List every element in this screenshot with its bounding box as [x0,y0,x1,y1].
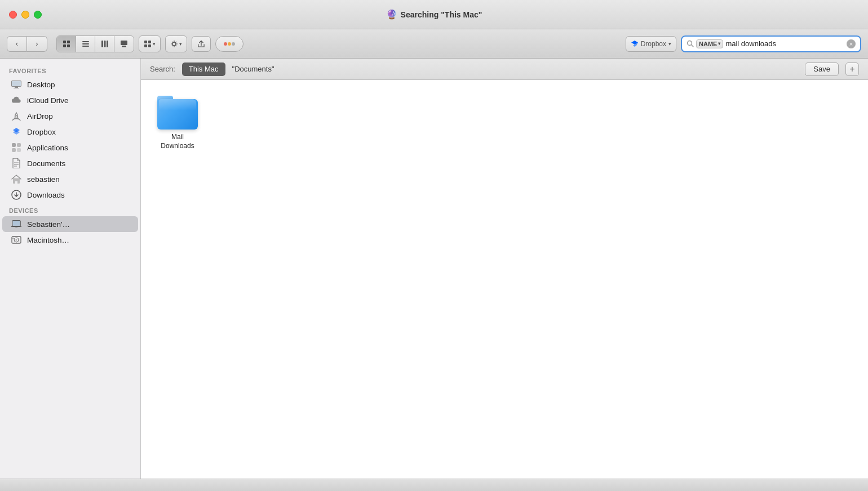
share-icon [198,40,205,48]
sidebar-desktop-label: Desktop [27,81,55,89]
list-icon [82,40,90,48]
nav-buttons: ‹ › [7,36,47,52]
svg-rect-31 [12,143,16,147]
dropbox-label: Dropbox [641,40,666,48]
back-button[interactable]: ‹ [7,36,27,52]
column-icon [101,40,109,48]
search-bar: NAME ▾ × [681,35,861,52]
sidebar-item-icloud[interactable]: iCloud Drive [2,92,138,108]
sidebar-sebastien-mac-label: Sebastien'… [27,220,70,229]
search-scope-bar: Search: This Mac "Documents" Save + [141,59,868,80]
svg-rect-9 [107,41,108,47]
svg-rect-5 [82,43,89,44]
svg-point-18 [228,42,231,46]
sidebar-dropbox-label: Dropbox [27,128,56,136]
home-icon [11,174,21,184]
add-button[interactable]: + [845,63,859,76]
sidebar-item-sebastien[interactable]: sebastien [2,171,138,187]
svg-point-43 [16,239,17,241]
search-name-label: NAME [699,41,717,47]
dropbox-icon [631,39,639,48]
main-content: Favorites Desktop iCloud Drive [0,59,868,479]
minimize-button[interactable] [21,11,29,19]
forward-button[interactable]: › [27,36,47,52]
airdrop-icon [11,111,21,121]
sidebar-item-dropbox[interactable]: Dropbox [2,124,138,140]
sidebar-item-macintosh[interactable]: Macintosh… [2,232,138,248]
svg-point-16 [172,42,176,46]
dropbox-button[interactable]: Dropbox ▾ [626,36,676,52]
window-title: 🔮 Searching "This Mac" [386,9,482,20]
view-icon-button[interactable] [57,36,76,52]
documents-scope-label[interactable]: "Documents" [232,65,274,73]
sidebar-sebastien-label: sebastien [27,175,60,184]
svg-rect-7 [101,41,103,47]
view-list-button[interactable] [76,36,95,52]
search-name-badge[interactable]: NAME ▾ [696,39,723,48]
title-icon: 🔮 [386,9,397,20]
sidebar-documents-label: Documents [27,159,65,168]
svg-rect-25 [12,81,21,86]
svg-rect-10 [121,41,127,45]
desktop-icon [11,79,21,90]
close-button[interactable] [9,11,17,19]
svg-point-19 [232,42,235,46]
devices-label: Devices [0,203,140,216]
search-clear-button[interactable]: × [847,39,856,48]
svg-rect-14 [144,44,147,47]
svg-rect-27 [14,88,19,88]
sidebar: Favorites Desktop iCloud Drive [0,59,141,479]
sidebar-item-applications[interactable]: Applications [2,140,138,155]
search-name-arrow: ▾ [718,41,720,46]
sidebar-item-documents[interactable]: Documents [2,155,138,171]
tag-button[interactable] [215,36,243,52]
svg-rect-2 [63,44,66,47]
toolbar: ‹ › [0,29,868,59]
search-label: Search: [150,65,175,73]
svg-rect-6 [82,46,89,47]
group-view-icon-button[interactable]: ▾ [139,36,160,52]
svg-rect-11 [122,46,126,47]
applications-icon [11,142,21,153]
downloads-icon [11,190,21,200]
favorites-label: Favorites [0,63,140,77]
sidebar-item-desktop[interactable]: Desktop [2,77,138,92]
action-button[interactable]: ▾ [166,36,187,52]
disk-icon [11,235,21,245]
svg-rect-26 [15,87,18,88]
svg-rect-13 [148,41,151,43]
sidebar-macintosh-label: Macintosh… [27,236,69,244]
view-cover-button[interactable] [114,36,134,52]
share-button[interactable] [192,36,211,52]
svg-rect-0 [63,41,66,43]
svg-rect-15 [148,44,151,47]
view-buttons [56,35,134,52]
svg-point-17 [224,42,227,46]
file-item-mail-downloads[interactable]: Mail Downloads [152,91,203,155]
sidebar-item-airdrop[interactable]: AirDrop [2,108,138,124]
file-area: Search: This Mac "Documents" Save + Mail… [141,59,868,479]
svg-rect-1 [67,41,70,43]
status-bar [0,479,868,491]
maximize-button[interactable] [34,11,42,19]
sidebar-downloads-label: Downloads [27,191,65,199]
save-button[interactable]: Save [805,63,839,76]
traffic-lights [9,11,42,19]
group-view-button: ▾ [139,35,161,52]
title-bar: 🔮 Searching "This Mac" [0,0,868,29]
dropbox-sidebar-icon [11,127,21,137]
search-input[interactable] [725,39,844,48]
laptop-icon [11,219,21,229]
this-mac-scope-button[interactable]: This Mac [182,63,225,76]
sidebar-item-downloads[interactable]: Downloads [2,187,138,203]
svg-rect-33 [12,148,16,152]
dropbox-arrow-icon: ▾ [668,41,671,47]
sidebar-icloud-label: iCloud Drive [27,96,69,105]
svg-rect-40 [13,221,20,226]
group-arrow: ▾ [153,41,156,47]
sidebar-applications-label: Applications [27,144,68,152]
view-column-button[interactable] [95,36,114,52]
action-arrow-icon: ▾ [179,41,182,47]
svg-rect-12 [144,41,147,43]
sidebar-item-sebastien-mac[interactable]: Sebastien'… [2,216,138,232]
